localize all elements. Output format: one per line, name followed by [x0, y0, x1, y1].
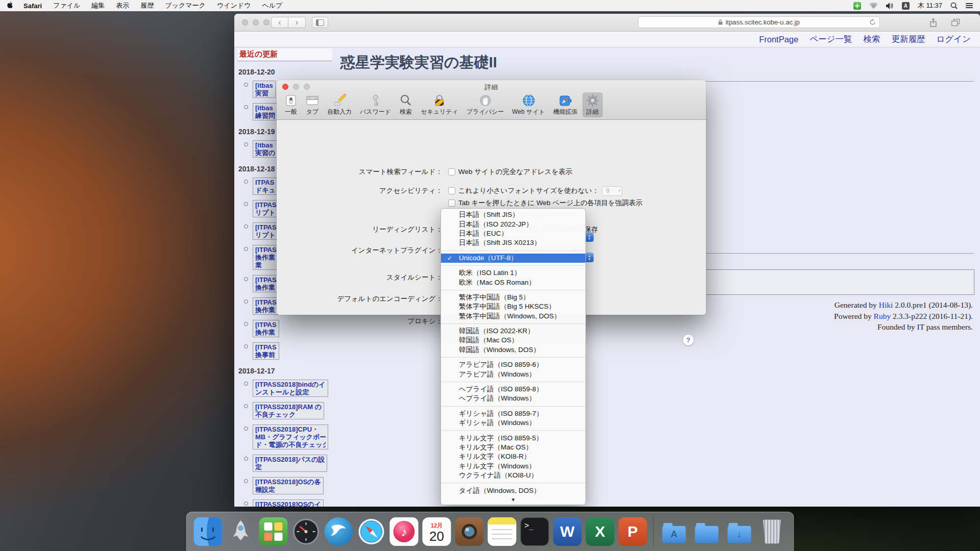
excel-dock-icon[interactable]: X: [586, 517, 615, 546]
close-button[interactable]: [242, 19, 248, 26]
safari-dock-icon[interactable]: [357, 517, 386, 546]
sidebar-link[interactable]: [ITPASリプト: [253, 222, 279, 240]
tab-websites[interactable]: Web サイト: [508, 92, 549, 117]
photo-booth-dock-icon[interactable]: [455, 517, 484, 546]
sidebar-link[interactable]: [ITPAS換事前: [253, 342, 279, 360]
encoding-menu-item[interactable]: 欧米（ISO Latin 1）: [441, 268, 585, 278]
sidebar-link[interactable]: [ITPASリプト: [253, 200, 279, 217]
downloads-folder-dock-icon[interactable]: ↓: [725, 517, 754, 546]
encoding-menu-item[interactable]: キリル文字（Windows）: [441, 462, 585, 471]
encoding-menu-item[interactable]: ギリシャ語（ISO 8859-7）: [441, 409, 585, 418]
encoding-menu-item[interactable]: キリル文字（Mac OS）: [441, 443, 585, 452]
tab-highlight-checkbox[interactable]: [448, 199, 455, 207]
menu-bar-clock[interactable]: 木 11:37: [918, 1, 942, 10]
minimize-button[interactable]: [253, 19, 259, 26]
menubar-item-0[interactable]: Safari: [23, 2, 42, 10]
sidebar-link[interactable]: [ITPASS2018]CPU・MB・グラフィックボード・電源の不良チェック: [253, 424, 328, 449]
nav-link-0[interactable]: FrontPage: [759, 35, 798, 44]
font-size-select[interactable]: 9▾: [602, 186, 622, 196]
tab-general[interactable]: 一般: [281, 92, 301, 117]
status-app-icon[interactable]: [853, 2, 861, 10]
menubar-item-6[interactable]: ウインドウ: [217, 1, 251, 10]
refresh-button[interactable]: [869, 19, 876, 27]
thunderbird-dock-icon[interactable]: [325, 517, 353, 546]
sidebar-link[interactable]: [ITPASS2018]OSのインストール: [253, 499, 324, 507]
documents-folder-dock-icon[interactable]: [693, 517, 721, 546]
launchpad-dock-icon[interactable]: [227, 517, 255, 546]
ruby-link[interactable]: Ruby: [874, 312, 891, 320]
back-button[interactable]: ‹: [271, 17, 288, 28]
notes-dock-icon[interactable]: [488, 517, 517, 546]
encoding-menu-item[interactable]: 日本語（ISO 2022-JP）: [441, 219, 585, 229]
encoding-menu-item[interactable]: ウクライナ語（KOI8-U）: [441, 471, 585, 480]
sidebar-link[interactable]: [ITPASS2018]RAM の不良チェック: [253, 402, 324, 419]
terminal-dock-icon[interactable]: >_: [521, 517, 549, 546]
apple-menu-icon[interactable]: [7, 2, 14, 10]
encoding-menu-item[interactable]: キリル文字（KOI8-R）: [441, 452, 585, 461]
itunes-dock-icon[interactable]: ♪: [390, 517, 419, 546]
spotlight-search-icon[interactable]: [950, 2, 958, 9]
tab-privacy[interactable]: プライバシー: [463, 92, 507, 117]
encoding-menu-item[interactable]: キリル文字（ISO 8859-5）: [441, 433, 585, 442]
volume-icon[interactable]: [886, 3, 894, 9]
calendar-dock-icon[interactable]: 12月 20: [423, 517, 451, 546]
encoding-menu-item[interactable]: タイ語（Windows, DOS）: [441, 486, 585, 495]
menubar-item-2[interactable]: 編集: [91, 1, 105, 10]
menu-scroll-down-indicator[interactable]: ▼: [441, 495, 585, 504]
menubar-item-3[interactable]: 表示: [116, 1, 129, 10]
sidebar-link[interactable]: [itbas実習: [253, 81, 276, 98]
sidebar-link[interactable]: [ITPAS換作業: [253, 275, 279, 292]
nav-link-4[interactable]: ログイン: [936, 34, 971, 45]
encoding-menu-item[interactable]: 繁体字中国語（Windows, DOS）: [441, 312, 585, 321]
encoding-menu-item[interactable]: アラビア語（ISO 8859-6）: [441, 360, 585, 369]
sidebar-link[interactable]: [itbas練習問: [253, 103, 278, 120]
encoding-menu-item[interactable]: 繁体字中国語（Big 5 HKSCS）: [441, 302, 585, 311]
tab-autofill[interactable]: 自動入力: [324, 92, 355, 117]
encoding-menu-item[interactable]: ヘブライ語（Windows）: [441, 394, 585, 403]
encoding-menu-item[interactable]: 日本語（Shift JIS）: [441, 210, 585, 219]
encoding-menu-item[interactable]: 韓国語（Windows, DOS）: [441, 345, 585, 355]
powerpoint-dock-icon[interactable]: P: [619, 517, 647, 546]
encoding-menu-item[interactable]: ヘブライ語（ISO 8859-8）: [441, 385, 585, 394]
applications-folder-dock-icon[interactable]: A: [660, 517, 689, 546]
word-dock-icon[interactable]: W: [553, 517, 582, 546]
tab-passwords[interactable]: パスワード: [356, 92, 395, 117]
address-bar[interactable]: itpass.scitec.kobe-u.ac.jp: [638, 16, 880, 28]
tab-overview-button[interactable]: [949, 17, 962, 28]
stylesheet-popup-edge[interactable]: ▴▾: [585, 232, 594, 242]
sidebar-link[interactable]: [ITPAS換作業: [253, 320, 279, 337]
share-button[interactable]: [927, 17, 939, 28]
sidebar-link[interactable]: [ITPASS2018]bindのインストールと設定: [253, 380, 328, 397]
menubar-item-5[interactable]: ブックマーク: [165, 1, 206, 10]
nav-link-1[interactable]: ページ一覧: [810, 34, 852, 45]
show-full-address-checkbox[interactable]: [448, 168, 455, 176]
zoom-button[interactable]: [263, 19, 270, 26]
encoding-menu-item[interactable]: ✓Unicode（UTF-8）: [441, 254, 585, 263]
encoding-menu-item[interactable]: 繁体字中国語（Big 5）: [441, 293, 585, 302]
hiki-link[interactable]: Hiki: [879, 300, 893, 309]
encoding-menu-item[interactable]: 韓国語（Mac OS）: [441, 336, 585, 345]
encoding-menu-item[interactable]: 欧米（Mac OS Roman）: [441, 278, 585, 287]
nav-link-3[interactable]: 更新履歴: [891, 34, 925, 45]
notification-center-icon[interactable]: [966, 2, 973, 9]
sidebar-link[interactable]: [itbas実習の: [253, 140, 278, 158]
tab-advanced[interactable]: 詳細: [582, 92, 603, 117]
tab-security[interactable]: セキュリティ: [417, 92, 462, 117]
encoding-popup-edge[interactable]: ▴▾: [585, 253, 594, 262]
sidebar-link[interactable]: [ITPASS2018]パスの設定: [253, 455, 327, 472]
tab-extensions[interactable]: 機能拡張: [550, 92, 581, 117]
sidebar-link[interactable]: [ITPAS換作業: [253, 297, 279, 315]
forward-button[interactable]: ›: [288, 17, 306, 28]
tab-tabs[interactable]: ×+ タブ: [302, 92, 323, 117]
encoding-menu-item[interactable]: 日本語（Shift JIS X0213）: [441, 238, 585, 247]
wifi-off-icon[interactable]: [869, 3, 878, 9]
sidebar-toggle-button[interactable]: [312, 17, 328, 28]
encoding-menu-item[interactable]: 日本語（EUC）: [441, 229, 585, 238]
finder-dock-icon[interactable]: [194, 517, 223, 546]
nav-link-2[interactable]: 検索: [863, 34, 880, 45]
sidebar-link[interactable]: [ITPAS換作業業: [253, 245, 279, 270]
encoding-menu-item[interactable]: アラビア語（Windows）: [441, 369, 585, 379]
menubar-item-4[interactable]: 履歴: [140, 1, 154, 10]
encoding-menu-item[interactable]: ギリシャ語（Windows）: [441, 418, 585, 428]
encoding-menu-item[interactable]: 韓国語（ISO 2022-KR）: [441, 327, 585, 336]
